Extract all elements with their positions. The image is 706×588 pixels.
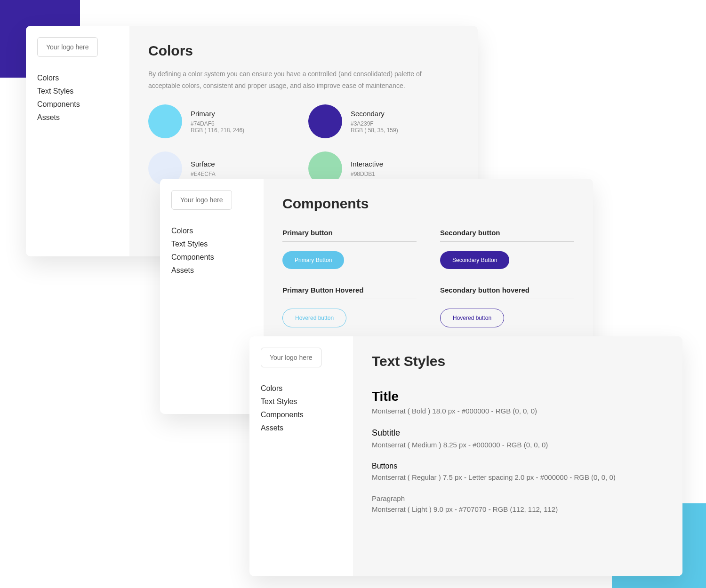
text-style-sample: Title (372, 389, 664, 404)
nav-item-colors[interactable]: Colors (261, 384, 304, 393)
components-title: Components (282, 196, 574, 212)
component-block-secondary-hover: Secondary button hovered Hovered button (440, 286, 574, 327)
swatch-name: Surface (191, 160, 216, 168)
nav-item-assets[interactable]: Assets (261, 424, 304, 432)
text-style-sample: Buttons (372, 462, 664, 470)
swatch-primary: Primary #74DAF6 RGB ( 116, 218, 246) (148, 104, 289, 138)
secondary-button-hovered[interactable]: Hovered button (440, 309, 504, 327)
component-block-secondary: Secondary button Secondary Button (440, 229, 574, 269)
secondary-button[interactable]: Secondary Button (440, 251, 509, 269)
component-label: Primary button (282, 229, 417, 242)
nav: Colors Text Styles Components Assets (171, 227, 214, 275)
component-block-primary: Primary button Primary Button (282, 229, 417, 269)
swatch-name: Interactive (351, 160, 383, 168)
text-style-paragraph: Paragraph Montserrat ( Light ) 9.0 px - … (372, 494, 664, 513)
swatch-hex: #E4ECFA (191, 171, 216, 177)
primary-button[interactable]: Primary Button (282, 251, 344, 269)
text-style-meta: Montserrat ( Bold ) 18.0 px - #000000 - … (372, 407, 664, 415)
nav-item-assets[interactable]: Assets (37, 113, 80, 122)
swatch-rgb: RGB ( 58, 35, 159) (351, 127, 398, 134)
text-styles-title: Text Styles (372, 353, 664, 369)
component-label: Primary Button Hovered (282, 286, 417, 299)
text-style-meta: Montserrat ( Light ) 9.0 px - #707070 - … (372, 505, 664, 513)
sidebar: Your logo here Colors Text Styles Compon… (26, 26, 129, 256)
swatch-name: Secondary (351, 110, 398, 118)
nav-item-text-styles[interactable]: Text Styles (37, 87, 80, 95)
logo-placeholder[interactable]: Your logo here (261, 348, 321, 367)
colors-title: Colors (148, 43, 459, 59)
sidebar: Your logo here Colors Text Styles Compon… (160, 179, 264, 414)
nav-item-colors[interactable]: Colors (37, 74, 80, 82)
text-style-subtitle: Subtitle Montserrat ( Medium ) 8.25 px -… (372, 428, 664, 449)
logo-placeholder[interactable]: Your logo here (171, 190, 232, 210)
component-label: Secondary button (440, 229, 574, 242)
component-block-primary-hover: Primary Button Hovered Hovered button (282, 286, 417, 327)
swatch-secondary: Secondary #3A239F RGB ( 58, 35, 159) (308, 104, 449, 138)
text-style-meta: Montserrat ( Medium ) 8.25 px - #000000 … (372, 441, 664, 449)
logo-placeholder[interactable]: Your logo here (37, 37, 98, 57)
nav: Colors Text Styles Components Assets (37, 74, 80, 122)
primary-button-hovered[interactable]: Hovered button (282, 309, 346, 327)
swatch-circle (308, 104, 342, 138)
swatch-circle (148, 104, 182, 138)
text-style-title: Title Montserrat ( Bold ) 18.0 px - #000… (372, 389, 664, 415)
swatch-hex: #3A239F (351, 120, 398, 127)
nav-item-text-styles[interactable]: Text Styles (171, 240, 214, 248)
sidebar: Your logo here Colors Text Styles Compon… (249, 336, 353, 576)
nav-item-components[interactable]: Components (37, 100, 80, 109)
swatch-grid: Primary #74DAF6 RGB ( 116, 218, 246) Sec… (148, 104, 459, 185)
nav-item-colors[interactable]: Colors (171, 227, 214, 235)
panel-text-styles: Your logo here Colors Text Styles Compon… (249, 336, 682, 576)
text-style-meta: Montserrat ( Regular ) 7.5 px - Letter s… (372, 473, 664, 481)
nav-item-assets[interactable]: Assets (171, 266, 214, 275)
text-style-buttons: Buttons Montserrat ( Regular ) 7.5 px - … (372, 462, 664, 481)
component-label: Secondary button hovered (440, 286, 574, 299)
text-style-sample: Paragraph (372, 494, 664, 502)
swatch-hex: #98DDB1 (351, 171, 383, 177)
colors-description: By defining a color system you can ensur… (148, 68, 449, 91)
swatch-name: Primary (191, 110, 244, 118)
nav-item-components[interactable]: Components (261, 411, 304, 419)
text-styles-main: Text Styles Title Montserrat ( Bold ) 18… (353, 336, 682, 576)
text-style-sample: Subtitle (372, 428, 664, 438)
component-grid: Primary button Primary Button Secondary … (282, 229, 574, 327)
swatch-hex: #74DAF6 (191, 120, 244, 127)
nav-item-text-styles[interactable]: Text Styles (261, 397, 304, 406)
nav-item-components[interactable]: Components (171, 253, 214, 262)
nav: Colors Text Styles Components Assets (261, 384, 304, 432)
swatch-rgb: RGB ( 116, 218, 246) (191, 127, 244, 134)
